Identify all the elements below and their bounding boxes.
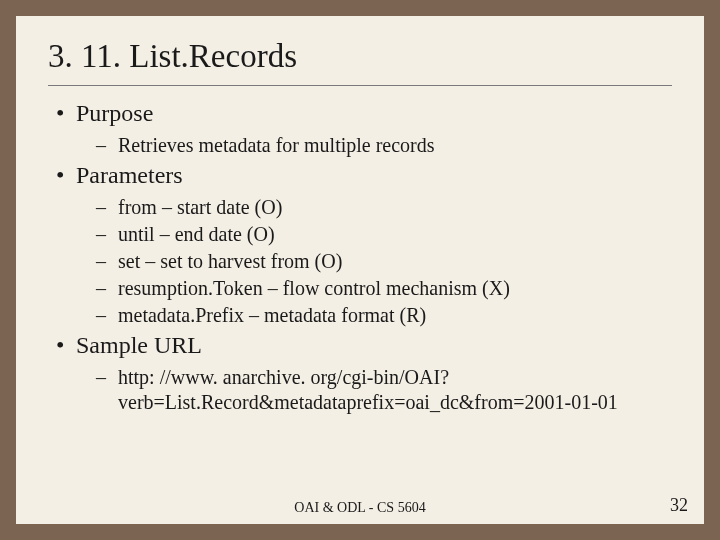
bullet-parameters: Parameters bbox=[48, 162, 672, 189]
page-number: 32 bbox=[670, 495, 688, 516]
sub-bullet: metadata.Prefix – metadata format (R) bbox=[48, 303, 672, 328]
bullet-purpose: Purpose bbox=[48, 100, 672, 127]
sub-bullet: set – set to harvest from (O) bbox=[48, 249, 672, 274]
footer-center: OAI & ODL - CS 5604 bbox=[16, 500, 704, 516]
footer: OAI & ODL - CS 5604 32 bbox=[16, 500, 704, 516]
sub-bullet: resumption.Token – flow control mechanis… bbox=[48, 276, 672, 301]
bullet-sample-url: Sample URL bbox=[48, 332, 672, 359]
slide-title: 3. 11. List.Records bbox=[48, 38, 672, 75]
sub-bullet: until – end date (O) bbox=[48, 222, 672, 247]
sub-bullet: from – start date (O) bbox=[48, 195, 672, 220]
divider bbox=[48, 85, 672, 86]
sub-bullet: Retrieves metadata for multiple records bbox=[48, 133, 672, 158]
sub-bullet: http: //www. anarchive. org/cgi-bin/OAI?… bbox=[48, 365, 672, 415]
slide: 3. 11. List.Records Purpose Retrieves me… bbox=[16, 16, 704, 524]
